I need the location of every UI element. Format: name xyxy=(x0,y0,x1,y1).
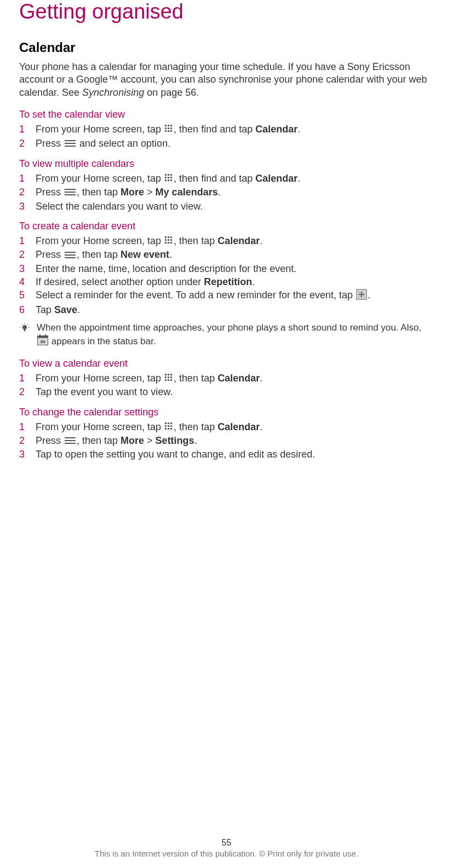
step-text: From your Home screen, tap xyxy=(36,235,164,246)
list-item: 2 Press , then tap New event. xyxy=(19,248,434,262)
steps-change-settings: 1 From your Home screen, tap , then tap … xyxy=(19,420,434,461)
step-text: , then tap xyxy=(77,249,121,260)
step-num: 2 xyxy=(19,434,25,447)
step-bold: Calendar xyxy=(217,421,260,432)
step-text: . xyxy=(260,373,262,384)
steps-create-event: 1 From your Home screen, tap , then tap … xyxy=(19,234,434,316)
step-text: Press xyxy=(36,138,64,149)
step-text: , then tap xyxy=(174,421,217,432)
steps-set-view: 1 From your Home screen, tap , then find… xyxy=(19,123,434,151)
step-text: > xyxy=(144,187,156,198)
list-item: 3 Tap to open the setting you want to ch… xyxy=(19,448,434,461)
step-text: . xyxy=(169,249,172,260)
steps-multi-cal: 1 From your Home screen, tap , then find… xyxy=(19,172,434,213)
tip-pre: When the appointment time approaches, yo… xyxy=(37,322,421,333)
list-item: 1 From your Home screen, tap , then find… xyxy=(19,172,434,186)
page-number: 55 xyxy=(0,838,453,848)
tip-post: appears in the status bar. xyxy=(49,336,156,346)
step-text: , then tap xyxy=(174,373,217,384)
menu-icon xyxy=(64,249,76,262)
step-text: Select a reminder for the event. To add … xyxy=(36,290,355,300)
step-num: 2 xyxy=(19,385,25,398)
calendar-badge-icon xyxy=(37,334,48,349)
subhead-change-settings: To change the calendar settings xyxy=(19,407,434,418)
step-bold: More xyxy=(121,435,144,446)
copyright-line: This is an Internet version of this publ… xyxy=(0,849,453,858)
step-text: . xyxy=(194,435,197,446)
step-text: Enter the name, time, location and descr… xyxy=(36,263,296,274)
chapter-title: Getting organised xyxy=(19,0,434,24)
app-grid-icon xyxy=(164,421,173,434)
step-text: If desired, select another option under xyxy=(36,276,204,287)
step-num: 3 xyxy=(19,200,25,213)
step-text: , then find and tap xyxy=(174,173,255,184)
list-item: 3 Enter the name, time, location and des… xyxy=(19,262,434,275)
step-text: and select an option. xyxy=(77,138,170,149)
step-text: . xyxy=(252,276,255,287)
list-item: 5 Select a reminder for the event. To ad… xyxy=(19,288,434,303)
menu-icon xyxy=(64,435,76,448)
step-text: . xyxy=(260,421,262,432)
step-text: Press xyxy=(36,435,64,446)
step-num: 2 xyxy=(19,248,25,261)
menu-icon xyxy=(64,137,76,151)
intro-post: on page 56. xyxy=(144,87,199,98)
step-num: 1 xyxy=(19,234,25,247)
step-bold: Settings xyxy=(156,435,194,446)
step-text: > xyxy=(144,435,156,446)
subhead-multi-cal: To view multiple calendars xyxy=(19,158,434,170)
step-bold: My calendars xyxy=(156,187,218,198)
app-grid-icon xyxy=(164,123,173,136)
list-item: 1 From your Home screen, tap , then tap … xyxy=(19,420,434,434)
step-text: Tap xyxy=(36,304,54,315)
step-bold: Calendar xyxy=(255,173,297,184)
step-num: 3 xyxy=(19,448,25,461)
step-text: Press xyxy=(36,187,64,198)
subhead-view-event: To view a calendar event xyxy=(19,358,434,369)
step-bold: Calendar xyxy=(255,124,297,135)
list-item: 3 Select the calendars you want to view. xyxy=(19,200,434,213)
list-item: 2 Press and select an option. xyxy=(19,137,434,151)
page-footer: 55 This is an Internet version of this p… xyxy=(0,838,453,858)
step-bold: Calendar xyxy=(217,235,260,246)
step-num: 1 xyxy=(19,123,25,136)
step-bold: More xyxy=(121,187,144,198)
step-text: . xyxy=(368,290,370,300)
step-num: 1 xyxy=(19,172,25,185)
step-num: 1 xyxy=(19,372,25,385)
list-item: 1 From your Home screen, tap , then tap … xyxy=(19,234,434,248)
intro-pre: Your phone has a calendar for managing y… xyxy=(19,61,427,98)
list-item: 2 Press , then tap More > My calendars. xyxy=(19,186,434,199)
list-item: 4 If desired, select another option unde… xyxy=(19,275,434,288)
menu-icon xyxy=(64,186,76,199)
step-num: 3 xyxy=(19,262,25,275)
step-text: . xyxy=(297,173,300,184)
list-item: 1 From your Home screen, tap , then tap … xyxy=(19,372,434,385)
step-num: 2 xyxy=(19,137,25,150)
list-item: 6 Tap Save. xyxy=(19,303,434,316)
step-text: Tap the event you want to view. xyxy=(36,386,173,397)
step-num: 2 xyxy=(19,186,25,199)
step-text: From your Home screen, tap xyxy=(36,373,164,384)
step-num: 5 xyxy=(19,288,25,302)
list-item: 2 Tap the event you want to view. xyxy=(19,385,434,398)
step-text: From your Home screen, tap xyxy=(36,173,164,184)
step-text: From your Home screen, tap xyxy=(36,421,164,432)
intro-link: Synchronising xyxy=(82,87,144,98)
step-text: , then find and tap xyxy=(174,124,255,135)
step-text: , then tap xyxy=(77,187,121,198)
step-text: , then tap xyxy=(174,235,217,246)
subhead-create-event: To create a calendar event xyxy=(19,221,434,232)
list-item: 2 Press , then tap More > Settings. xyxy=(19,434,434,448)
step-text: Tap to open the setting you want to chan… xyxy=(36,449,315,460)
step-text: . xyxy=(218,187,221,198)
step-text: From your Home screen, tap xyxy=(36,124,164,135)
app-grid-icon xyxy=(164,172,173,186)
step-num: 4 xyxy=(19,275,25,288)
tip-text: When the appointment time approaches, yo… xyxy=(37,322,434,349)
tip-bulb-icon xyxy=(20,323,30,335)
step-text: , then tap xyxy=(77,435,121,446)
step-bold: New event xyxy=(121,249,169,260)
step-text: . xyxy=(260,235,262,246)
section-title: Calendar xyxy=(19,40,434,55)
